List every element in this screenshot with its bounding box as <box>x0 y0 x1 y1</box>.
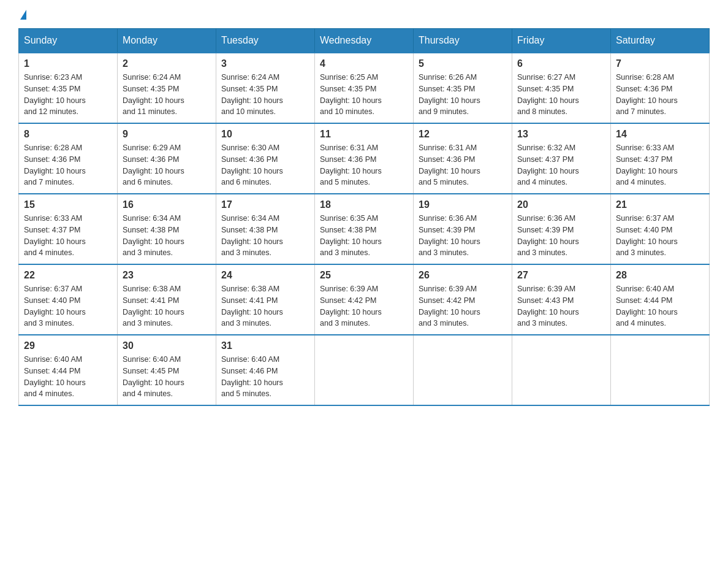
calendar-cell: 21 Sunrise: 6:37 AM Sunset: 4:40 PM Dayl… <box>611 194 710 264</box>
day-info: Sunrise: 6:29 AM Sunset: 4:36 PM Dayligh… <box>123 142 211 188</box>
calendar-cell: 23 Sunrise: 6:38 AM Sunset: 4:41 PM Dayl… <box>118 264 216 335</box>
day-info: Sunrise: 6:26 AM Sunset: 4:35 PM Dayligh… <box>419 72 507 118</box>
day-info: Sunrise: 6:36 AM Sunset: 4:39 PM Dayligh… <box>517 213 605 259</box>
day-info: Sunrise: 6:34 AM Sunset: 4:38 PM Dayligh… <box>123 213 211 259</box>
weekday-header-friday: Friday <box>512 29 611 53</box>
day-number: 2 <box>123 58 211 69</box>
day-number: 11 <box>320 129 408 140</box>
calendar-week-row: 1 Sunrise: 6:23 AM Sunset: 4:35 PM Dayli… <box>19 53 710 123</box>
day-number: 7 <box>616 58 704 69</box>
calendar-cell: 18 Sunrise: 6:35 AM Sunset: 4:38 PM Dayl… <box>315 194 414 264</box>
day-info: Sunrise: 6:33 AM Sunset: 4:37 PM Dayligh… <box>616 142 704 188</box>
day-number: 9 <box>123 129 211 140</box>
calendar-cell: 31 Sunrise: 6:40 AM Sunset: 4:46 PM Dayl… <box>216 335 315 405</box>
calendar-cell: 6 Sunrise: 6:27 AM Sunset: 4:35 PM Dayli… <box>512 53 611 123</box>
calendar-cell: 11 Sunrise: 6:31 AM Sunset: 4:36 PM Dayl… <box>315 123 414 194</box>
page-header <box>18 12 710 22</box>
calendar-cell: 19 Sunrise: 6:36 AM Sunset: 4:39 PM Dayl… <box>414 194 512 264</box>
day-number: 25 <box>320 270 408 281</box>
calendar-week-row: 29 Sunrise: 6:40 AM Sunset: 4:44 PM Dayl… <box>19 335 710 405</box>
day-number: 22 <box>24 270 112 281</box>
weekday-header-sunday: Sunday <box>19 29 118 53</box>
day-info: Sunrise: 6:38 AM Sunset: 4:41 PM Dayligh… <box>123 283 211 329</box>
calendar-cell: 13 Sunrise: 6:32 AM Sunset: 4:37 PM Dayl… <box>512 123 611 194</box>
day-number: 5 <box>419 58 507 69</box>
day-info: Sunrise: 6:40 AM Sunset: 4:44 PM Dayligh… <box>616 283 704 329</box>
day-info: Sunrise: 6:39 AM Sunset: 4:43 PM Dayligh… <box>517 283 605 329</box>
calendar-cell: 27 Sunrise: 6:39 AM Sunset: 4:43 PM Dayl… <box>512 264 611 335</box>
day-info: Sunrise: 6:27 AM Sunset: 4:35 PM Dayligh… <box>517 72 605 118</box>
day-number: 12 <box>419 129 507 140</box>
weekday-header-saturday: Saturday <box>611 29 710 53</box>
day-number: 4 <box>320 58 408 69</box>
weekday-header-thursday: Thursday <box>414 29 512 53</box>
day-number: 8 <box>24 129 112 140</box>
calendar-week-row: 22 Sunrise: 6:37 AM Sunset: 4:40 PM Dayl… <box>19 264 710 335</box>
day-info: Sunrise: 6:40 AM Sunset: 4:46 PM Dayligh… <box>221 354 309 400</box>
day-info: Sunrise: 6:38 AM Sunset: 4:41 PM Dayligh… <box>221 283 309 329</box>
day-number: 13 <box>517 129 605 140</box>
day-number: 16 <box>123 199 211 210</box>
day-info: Sunrise: 6:40 AM Sunset: 4:45 PM Dayligh… <box>123 354 211 400</box>
calendar-cell: 8 Sunrise: 6:28 AM Sunset: 4:36 PM Dayli… <box>19 123 118 194</box>
day-info: Sunrise: 6:31 AM Sunset: 4:36 PM Dayligh… <box>419 142 507 188</box>
day-info: Sunrise: 6:35 AM Sunset: 4:38 PM Dayligh… <box>320 213 408 259</box>
calendar-cell: 25 Sunrise: 6:39 AM Sunset: 4:42 PM Dayl… <box>315 264 414 335</box>
day-number: 6 <box>517 58 605 69</box>
calendar-cell: 16 Sunrise: 6:34 AM Sunset: 4:38 PM Dayl… <box>118 194 216 264</box>
calendar-week-row: 15 Sunrise: 6:33 AM Sunset: 4:37 PM Dayl… <box>19 194 710 264</box>
day-info: Sunrise: 6:28 AM Sunset: 4:36 PM Dayligh… <box>24 142 112 188</box>
day-number: 24 <box>221 270 309 281</box>
calendar-cell: 17 Sunrise: 6:34 AM Sunset: 4:38 PM Dayl… <box>216 194 315 264</box>
calendar-cell: 14 Sunrise: 6:33 AM Sunset: 4:37 PM Dayl… <box>611 123 710 194</box>
day-number: 1 <box>24 58 112 69</box>
calendar-cell: 2 Sunrise: 6:24 AM Sunset: 4:35 PM Dayli… <box>118 53 216 123</box>
day-number: 19 <box>419 199 507 210</box>
weekday-header-monday: Monday <box>118 29 216 53</box>
day-number: 26 <box>419 270 507 281</box>
day-number: 17 <box>221 199 309 210</box>
calendar-header-row: SundayMondayTuesdayWednesdayThursdayFrid… <box>19 29 710 53</box>
day-info: Sunrise: 6:39 AM Sunset: 4:42 PM Dayligh… <box>419 283 507 329</box>
calendar-cell <box>611 335 710 405</box>
day-number: 18 <box>320 199 408 210</box>
calendar-cell: 1 Sunrise: 6:23 AM Sunset: 4:35 PM Dayli… <box>19 53 118 123</box>
calendar-cell: 12 Sunrise: 6:31 AM Sunset: 4:36 PM Dayl… <box>414 123 512 194</box>
day-number: 30 <box>123 340 211 351</box>
calendar-cell: 9 Sunrise: 6:29 AM Sunset: 4:36 PM Dayli… <box>118 123 216 194</box>
day-info: Sunrise: 6:25 AM Sunset: 4:35 PM Dayligh… <box>320 72 408 118</box>
day-number: 15 <box>24 199 112 210</box>
day-info: Sunrise: 6:28 AM Sunset: 4:36 PM Dayligh… <box>616 72 704 118</box>
day-info: Sunrise: 6:24 AM Sunset: 4:35 PM Dayligh… <box>221 72 309 118</box>
day-number: 10 <box>221 129 309 140</box>
calendar-cell: 3 Sunrise: 6:24 AM Sunset: 4:35 PM Dayli… <box>216 53 315 123</box>
weekday-header-wednesday: Wednesday <box>315 29 414 53</box>
day-info: Sunrise: 6:31 AM Sunset: 4:36 PM Dayligh… <box>320 142 408 188</box>
day-info: Sunrise: 6:39 AM Sunset: 4:42 PM Dayligh… <box>320 283 408 329</box>
day-number: 3 <box>221 58 309 69</box>
day-number: 21 <box>616 199 704 210</box>
day-info: Sunrise: 6:33 AM Sunset: 4:37 PM Dayligh… <box>24 213 112 259</box>
calendar-cell: 22 Sunrise: 6:37 AM Sunset: 4:40 PM Dayl… <box>19 264 118 335</box>
calendar-cell: 10 Sunrise: 6:30 AM Sunset: 4:36 PM Dayl… <box>216 123 315 194</box>
day-info: Sunrise: 6:40 AM Sunset: 4:44 PM Dayligh… <box>24 354 112 400</box>
day-info: Sunrise: 6:36 AM Sunset: 4:39 PM Dayligh… <box>419 213 507 259</box>
day-number: 28 <box>616 270 704 281</box>
day-number: 20 <box>517 199 605 210</box>
calendar-cell: 28 Sunrise: 6:40 AM Sunset: 4:44 PM Dayl… <box>611 264 710 335</box>
calendar-cell: 24 Sunrise: 6:38 AM Sunset: 4:41 PM Dayl… <box>216 264 315 335</box>
calendar-cell <box>414 335 512 405</box>
calendar-cell <box>315 335 414 405</box>
day-info: Sunrise: 6:37 AM Sunset: 4:40 PM Dayligh… <box>616 213 704 259</box>
weekday-header-tuesday: Tuesday <box>216 29 315 53</box>
calendar-cell: 20 Sunrise: 6:36 AM Sunset: 4:39 PM Dayl… <box>512 194 611 264</box>
day-number: 27 <box>517 270 605 281</box>
day-info: Sunrise: 6:24 AM Sunset: 4:35 PM Dayligh… <box>123 72 211 118</box>
logo <box>18 12 26 22</box>
calendar-cell: 30 Sunrise: 6:40 AM Sunset: 4:45 PM Dayl… <box>118 335 216 405</box>
calendar-table: SundayMondayTuesdayWednesdayThursdayFrid… <box>18 28 710 406</box>
calendar-week-row: 8 Sunrise: 6:28 AM Sunset: 4:36 PM Dayli… <box>19 123 710 194</box>
calendar-cell: 5 Sunrise: 6:26 AM Sunset: 4:35 PM Dayli… <box>414 53 512 123</box>
day-number: 31 <box>221 340 309 351</box>
day-number: 29 <box>24 340 112 351</box>
